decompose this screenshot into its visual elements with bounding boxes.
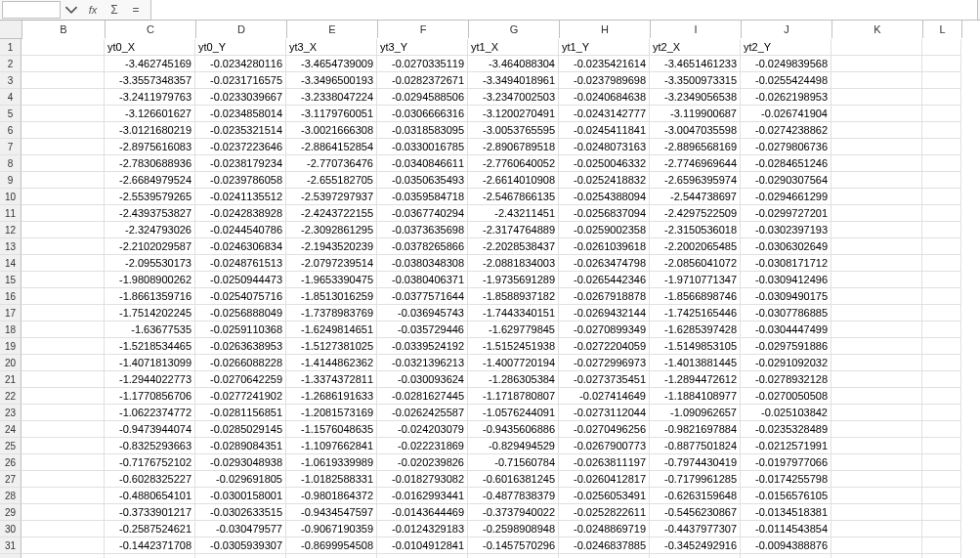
row-header[interactable]: 25: [0, 438, 21, 454]
cell-C29[interactable]: -0.3733901217: [105, 504, 195, 521]
cell-F5[interactable]: -0.0306666316: [377, 106, 468, 122]
cell-H10[interactable]: -0.0254388094: [559, 189, 650, 205]
cell-C23[interactable]: -1.0622374772: [105, 405, 195, 421]
cell-J9[interactable]: -0.0290307564: [741, 172, 831, 189]
cell-K6[interactable]: [831, 122, 922, 139]
cell-D23[interactable]: -0.0281156851: [195, 405, 286, 421]
cell-H1[interactable]: yt1_Y: [559, 39, 650, 56]
cell-E6[interactable]: -3.0021666308: [286, 122, 377, 139]
cell-L12[interactable]: [922, 222, 961, 238]
cell-H11[interactable]: -0.0256837094: [559, 205, 650, 222]
cell-E2[interactable]: -3.4654739009: [286, 56, 377, 72]
cell-E8[interactable]: -2.770736476: [286, 155, 377, 172]
cell-H20[interactable]: -0.0272996973: [559, 355, 650, 371]
cell-J24[interactable]: -0.0235328489: [741, 421, 831, 438]
cell-G5[interactable]: -3.1200270491: [468, 106, 559, 122]
cell-I30[interactable]: -0.4437977307: [650, 521, 741, 537]
cell-E9[interactable]: -2.655182705: [286, 172, 377, 189]
row-header[interactable]: 24: [0, 421, 21, 438]
cell-C31[interactable]: -0.1442371708: [105, 537, 195, 554]
cell-J5[interactable]: -0.026741904: [741, 106, 831, 122]
cell-C10[interactable]: -2.5539579265: [105, 189, 195, 205]
row-header[interactable]: 27: [0, 471, 21, 488]
cell-F27[interactable]: -0.0182793082: [377, 471, 468, 488]
cell-B27[interactable]: [21, 471, 105, 488]
cell-D32[interactable]: [195, 554, 286, 558]
cell-G8[interactable]: -2.7760640052: [468, 155, 559, 172]
cell-H25[interactable]: -0.0267900773: [559, 438, 650, 454]
cell-H24[interactable]: -0.0270496256: [559, 421, 650, 438]
cell-E26[interactable]: -1.0619339989: [286, 454, 377, 471]
cell-C28[interactable]: -0.4880654101: [105, 488, 195, 504]
cell-L16[interactable]: [922, 288, 961, 305]
cell-D1[interactable]: yt0_Y: [195, 39, 286, 56]
cell-L22[interactable]: [922, 388, 961, 405]
cell-G18[interactable]: -1.629779845: [468, 322, 559, 338]
cell-D20[interactable]: -0.0266088228: [195, 355, 286, 371]
cell-L6[interactable]: [922, 122, 961, 139]
cell-F1[interactable]: yt3_Y: [377, 39, 468, 56]
cell-I3[interactable]: -3.3500973315: [650, 72, 741, 89]
cell-D25[interactable]: -0.0289084351: [195, 438, 286, 454]
cell-H31[interactable]: -0.0246837885: [559, 537, 650, 554]
cell-D18[interactable]: -0.0259110368: [195, 322, 286, 338]
column-header-F[interactable]: F: [378, 21, 469, 38]
cell-K21[interactable]: [831, 371, 922, 388]
cell-K5[interactable]: [831, 106, 922, 122]
cell-B31[interactable]: [21, 537, 105, 554]
cell-H30[interactable]: -0.0248869719: [559, 521, 650, 537]
row-header[interactable]: 14: [0, 255, 21, 272]
select-all-corner[interactable]: [0, 21, 22, 39]
cell-B17[interactable]: [21, 305, 105, 322]
cell-G13[interactable]: -2.2028538437: [468, 238, 559, 255]
row-header[interactable]: 26: [0, 454, 21, 471]
cell-B8[interactable]: [21, 155, 105, 172]
cell-C19[interactable]: -1.5218534465: [105, 338, 195, 355]
cell-D31[interactable]: -0.0305939307: [195, 537, 286, 554]
cell-I7[interactable]: -2.8896568169: [650, 139, 741, 155]
row-header[interactable]: 31: [0, 537, 21, 554]
cell-G30[interactable]: -0.2598908948: [468, 521, 559, 537]
cell-I16[interactable]: -1.8566898746: [650, 288, 741, 305]
cell-K9[interactable]: [831, 172, 922, 189]
cell-J29[interactable]: -0.0134518381: [741, 504, 831, 521]
cell-G27[interactable]: -0.6016381245: [468, 471, 559, 488]
cell-grid[interactable]: 1yt0_Xyt0_Yyt3_Xyt3_Yyt1_Xyt1_Yyt2_Xyt2_…: [0, 39, 980, 558]
cell-J25[interactable]: -0.0212571991: [741, 438, 831, 454]
cell-B16[interactable]: [21, 288, 105, 305]
cell-B13[interactable]: [21, 238, 105, 255]
cell-L14[interactable]: [922, 255, 961, 272]
cell-I11[interactable]: -2.4297522509: [650, 205, 741, 222]
cell-I18[interactable]: -1.6285397428: [650, 322, 741, 338]
cell-H13[interactable]: -0.0261039618: [559, 238, 650, 255]
cell-F22[interactable]: -0.0281627445: [377, 388, 468, 405]
cell-D4[interactable]: -0.0233039667: [195, 89, 286, 106]
cell-H4[interactable]: -0.0240684638: [559, 89, 650, 106]
cell-G31[interactable]: -0.1457570296: [468, 537, 559, 554]
row-header[interactable]: 12: [0, 222, 21, 238]
cell-E24[interactable]: -1.1576048635: [286, 421, 377, 438]
cell-C27[interactable]: -0.6028325227: [105, 471, 195, 488]
cell-C30[interactable]: -0.2587524621: [105, 521, 195, 537]
cell-H26[interactable]: -0.0263811197: [559, 454, 650, 471]
cell-K26[interactable]: [831, 454, 922, 471]
cell-K10[interactable]: [831, 189, 922, 205]
cell-L30[interactable]: [922, 521, 961, 537]
cell-E12[interactable]: -2.3092861295: [286, 222, 377, 238]
cell-H17[interactable]: -0.0269432144: [559, 305, 650, 322]
row-header[interactable]: 17: [0, 305, 21, 322]
cell-G2[interactable]: -3.464088304: [468, 56, 559, 72]
cell-K22[interactable]: [831, 388, 922, 405]
row-header[interactable]: 23: [0, 405, 21, 421]
row-header[interactable]: 13: [0, 238, 21, 255]
cell-I8[interactable]: -2.7746969644: [650, 155, 741, 172]
cell-H12[interactable]: -0.0259002358: [559, 222, 650, 238]
cell-L17[interactable]: [922, 305, 961, 322]
column-header-J[interactable]: J: [742, 21, 832, 38]
cell-B2[interactable]: [21, 56, 105, 72]
cell-K18[interactable]: [831, 322, 922, 338]
cell-B32[interactable]: [21, 554, 105, 558]
cell-E31[interactable]: -0.8699954508: [286, 537, 377, 554]
row-header[interactable]: 32: [0, 554, 21, 558]
cell-B19[interactable]: [21, 338, 105, 355]
